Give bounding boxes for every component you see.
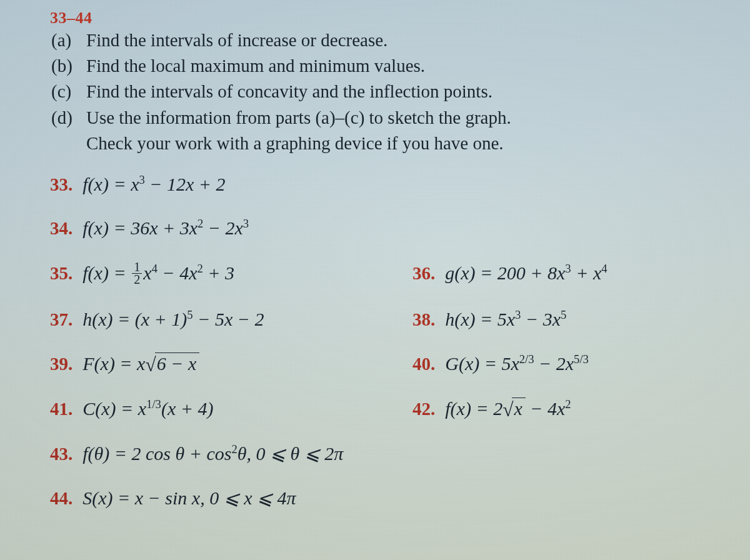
exponent: 1/3	[146, 398, 161, 411]
expr-part: − 4x	[158, 262, 198, 283]
problem-36: 36. g(x) = 200 + 8x3 + x4	[412, 262, 608, 284]
problem-expression: h(x) = 5x3 − 3x5	[445, 309, 566, 330]
problem-expression: F(x) = x√6 − x	[82, 352, 199, 375]
square-root: √x	[502, 398, 526, 420]
expr-part: f(x) = 2	[445, 398, 502, 419]
problem-row: 35. f(x) = 12x4 − 4x2 + 3 36. g(x) = 200…	[50, 261, 712, 286]
expr-part: f(x) =	[82, 262, 131, 283]
fraction-den: 2	[132, 274, 142, 286]
expr-part: F(x) = x	[82, 353, 145, 374]
problem-row: 33. f(x) = x3 − 12x + 2	[50, 174, 712, 195]
expr-part: S(x) = x − sin x, 0 ⩽ x ⩽ 4π	[82, 488, 296, 508]
instruction-text: Find the local maximum and minimum value…	[86, 53, 425, 79]
problem-number: 44.	[50, 488, 72, 509]
problem-number: 41.	[50, 399, 72, 419]
exponent: 4	[601, 262, 607, 275]
exponent: 3	[515, 308, 521, 321]
problem-38: 38. h(x) = 5x3 − 3x5	[412, 309, 566, 330]
expr-part: C(x) = x	[82, 398, 146, 419]
instruction-label: (a)	[51, 28, 80, 53]
problem-row: 41. C(x) = x1/3(x + 4) 42. f(x) = 2√x − …	[50, 398, 712, 420]
expr-part: − 2x	[534, 353, 574, 374]
problem-number: 35.	[50, 263, 72, 284]
expr-part: θ, 0 ⩽ θ ⩽ 2π	[238, 443, 344, 464]
exponent: 5	[187, 308, 192, 321]
exponent: 4	[152, 262, 158, 275]
square-root: √6 − x	[145, 352, 199, 375]
problem-expression: f(x) = 12x4 − 4x2 + 3	[82, 261, 234, 286]
expr-part: f(x) = 36x + 3x	[82, 218, 198, 238]
problem-40: 40. G(x) = 5x2/3 − 2x5/3	[412, 353, 589, 374]
problem-row: 43. f(θ) = 2 cos θ + cos2θ, 0 ⩽ θ ⩽ 2π	[50, 442, 712, 464]
instruction-b: (b) Find the local maximum and minimum v…	[51, 53, 712, 79]
problem-expression: g(x) = 200 + 8x3 + x4	[445, 262, 607, 284]
exponent: 2	[565, 398, 571, 411]
exponent: 2	[232, 442, 238, 456]
radical-icon: √	[145, 354, 156, 376]
problem-number: 34.	[50, 218, 72, 239]
expr-part: (x + 4)	[161, 398, 214, 419]
problem-42: 42. f(x) = 2√x − 4x2	[412, 398, 571, 420]
problem-expression: f(θ) = 2 cos θ + cos2θ, 0 ⩽ θ ⩽ 2π	[82, 442, 343, 464]
expr-part: f(θ) = 2 cos θ + cos	[82, 443, 231, 464]
problem-number: 36.	[412, 263, 435, 284]
expr-part: − 5x − 2	[193, 309, 264, 329]
instruction-c: (c) Find the intervals of concavity and …	[51, 79, 712, 104]
problem-expression: S(x) = x − sin x, 0 ⩽ x ⩽ 4π	[82, 487, 296, 509]
expr-part: + x	[571, 262, 602, 283]
instructions-block: (a) Find the intervals of increase or de…	[50, 28, 712, 156]
problem-number: 43.	[50, 444, 72, 464]
problem-44: 44. S(x) = x − sin x, 0 ⩽ x ⩽ 4π	[50, 487, 296, 509]
radicand: 6 − x	[155, 352, 200, 375]
instruction-d: (d) Use the information from parts (a)–(…	[51, 105, 712, 131]
instruction-label: (c)	[51, 79, 80, 104]
problem-expression: G(x) = 5x2/3 − 2x5/3	[445, 353, 589, 374]
problem-row: 34. f(x) = 36x + 3x2 − 2x3	[50, 218, 712, 239]
instruction-label: (d)	[51, 105, 80, 131]
exponent: 3	[565, 262, 571, 275]
problem-number: 39.	[50, 354, 72, 374]
problem-number: 40.	[412, 354, 435, 374]
exponent: 2	[198, 217, 203, 230]
fraction-half: 12	[132, 261, 142, 286]
radicand: x	[512, 398, 525, 420]
exponent: 2/3	[519, 352, 534, 366]
expr-part: − 2x	[203, 218, 243, 238]
expr-part: − 3x	[521, 309, 561, 329]
expr-part: + 3	[203, 262, 234, 283]
exponent: 5	[561, 308, 566, 321]
instruction-a: (a) Find the intervals of increase or de…	[51, 28, 712, 53]
expr-part: − 4x	[526, 398, 566, 419]
expr-part: h(x) = (x + 1)	[82, 309, 187, 329]
problem-number: 38.	[412, 309, 435, 330]
problem-row: 44. S(x) = x − sin x, 0 ⩽ x ⩽ 4π	[50, 487, 712, 509]
problem-33: 33. f(x) = x3 − 12x + 2	[50, 174, 369, 195]
problem-expression: f(x) = x3 − 12x + 2	[82, 174, 225, 195]
exponent: 3	[243, 217, 249, 230]
expr-part: h(x) = 5x	[445, 309, 515, 329]
problem-expression: f(x) = 36x + 3x2 − 2x3	[82, 218, 249, 239]
problem-41: 41. C(x) = x1/3(x + 4)	[50, 398, 369, 419]
problem-expression: C(x) = x1/3(x + 4)	[82, 398, 213, 419]
instruction-d-cont: Check your work with a graphing device i…	[51, 131, 712, 156]
exponent: 5/3	[574, 352, 589, 366]
problem-39: 39. F(x) = x√6 − x	[50, 352, 369, 375]
problem-list: 33. f(x) = x3 − 12x + 2 34. f(x) = 36x +…	[50, 174, 712, 509]
expr-part: f(x) =	[82, 174, 131, 194]
radical-icon: √	[502, 399, 513, 421]
fraction-num: 1	[132, 261, 142, 274]
instruction-label: (b)	[51, 53, 80, 79]
instruction-text: Use the information from parts (a)–(c) t…	[86, 105, 511, 131]
problem-43: 43. f(θ) = 2 cos θ + cos2θ, 0 ⩽ θ ⩽ 2π	[50, 442, 343, 464]
problem-34: 34. f(x) = 36x + 3x2 − 2x3	[50, 218, 369, 239]
instruction-text: Find the intervals of concavity and the …	[86, 79, 492, 104]
expr-part: − 12x + 2	[145, 174, 226, 194]
problem-37: 37. h(x) = (x + 1)5 − 5x − 2	[50, 309, 369, 330]
exponent: 3	[139, 173, 144, 186]
instruction-text: Find the intervals of increase or decrea…	[86, 28, 388, 53]
problem-number: 42.	[412, 399, 435, 419]
problem-expression: f(x) = 2√x − 4x2	[445, 398, 571, 420]
problem-row: 39. F(x) = x√6 − x 40. G(x) = 5x2/3 − 2x…	[50, 352, 712, 375]
exponent: 2	[198, 262, 203, 275]
problem-expression: h(x) = (x + 1)5 − 5x − 2	[82, 309, 264, 330]
